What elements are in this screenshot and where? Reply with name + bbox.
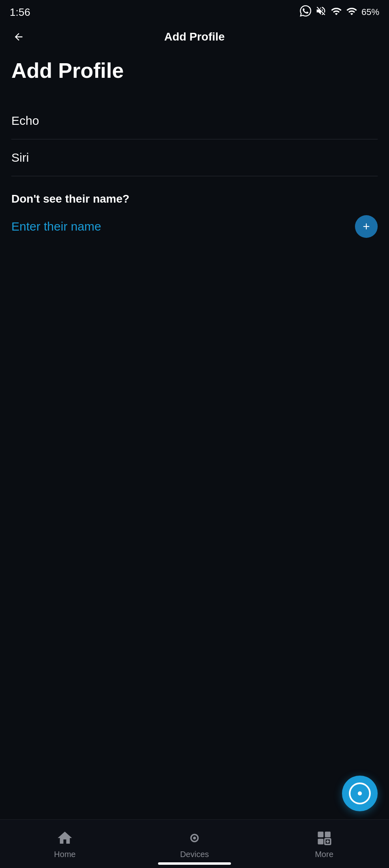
profile-name-echo: Echo [11, 114, 39, 127]
wifi-icon [331, 6, 342, 19]
add-name-button[interactable]: + [355, 215, 378, 238]
nav-item-devices[interactable]: Devices [130, 826, 259, 862]
profile-item-siri[interactable]: Siri [11, 139, 378, 176]
enter-name-row[interactable]: Enter their name + [11, 215, 378, 238]
mute-icon [315, 5, 327, 19]
bottom-navigation: Home Devices More [0, 819, 389, 868]
nav-label-devices: Devices [180, 850, 209, 859]
signal-icon [346, 6, 357, 19]
alexa-fab-button[interactable] [342, 776, 378, 811]
home-icon [56, 830, 73, 847]
profile-list: Echo Siri [11, 103, 378, 176]
custom-name-label: Don't see their name? [11, 192, 378, 205]
plus-icon: + [363, 220, 370, 233]
svg-rect-4 [318, 839, 323, 844]
whatsapp-icon [300, 5, 311, 19]
battery-indicator: 65% [361, 7, 379, 17]
nav-item-home[interactable]: Home [0, 826, 130, 862]
enter-name-text: Enter their name [11, 220, 101, 233]
back-button[interactable] [10, 28, 28, 46]
profile-item-echo[interactable]: Echo [11, 103, 378, 139]
devices-icon [186, 830, 203, 847]
custom-name-section: Don't see their name? Enter their name + [11, 192, 378, 238]
page-heading: Add Profile [11, 59, 378, 82]
svg-point-1 [193, 837, 196, 840]
status-time: 1:56 [10, 6, 30, 19]
status-bar: 1:56 65% [0, 0, 389, 23]
alexa-ring [349, 782, 371, 804]
nav-item-more[interactable]: More [259, 826, 389, 862]
top-navigation: Add Profile [0, 23, 389, 51]
status-icons: 65% [300, 5, 379, 19]
nav-label-more: More [315, 850, 333, 859]
page-content: Add Profile Echo Siri Don't see their na… [0, 51, 389, 246]
bottom-home-indicator [158, 862, 231, 865]
svg-rect-2 [318, 832, 323, 837]
alexa-dot [358, 791, 362, 795]
nav-label-home: Home [54, 850, 75, 859]
profile-name-siri: Siri [11, 151, 29, 164]
page-title: Add Profile [164, 30, 224, 43]
svg-rect-3 [325, 832, 331, 837]
more-icon [316, 830, 333, 847]
